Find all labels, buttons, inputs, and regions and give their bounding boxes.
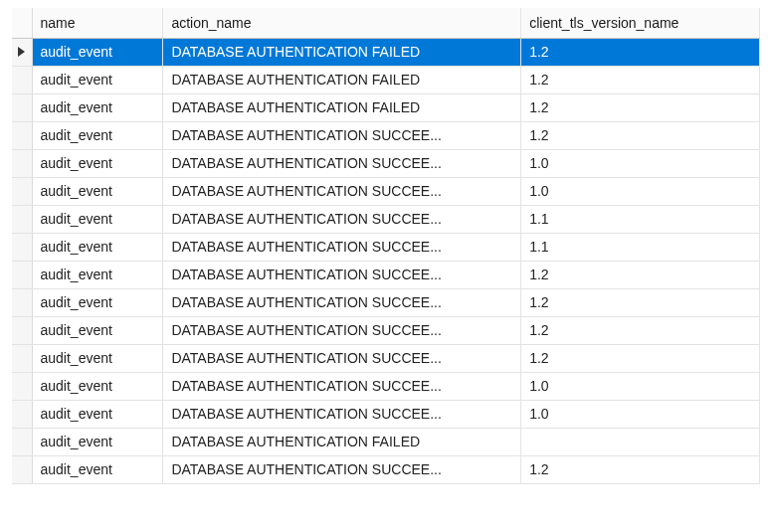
cell-client-tls-version-name[interactable]: 1.2 <box>521 66 760 93</box>
cell-action-name[interactable]: DATABASE AUTHENTICATION SUCCEE... <box>163 261 521 288</box>
row-indicator <box>12 205 32 233</box>
table-row[interactable]: audit_eventDATABASE AUTHENTICATION SUCCE… <box>12 288 760 316</box>
row-indicator <box>12 428 32 455</box>
cell-name[interactable]: audit_event <box>32 288 163 316</box>
table-row[interactable]: audit_eventDATABASE AUTHENTICATION SUCCE… <box>12 400 760 428</box>
row-indicator <box>12 93 32 121</box>
table-row[interactable]: audit_eventDATABASE AUTHENTICATION SUCCE… <box>12 455 760 483</box>
current-row-icon <box>18 47 25 57</box>
table-row[interactable]: audit_eventDATABASE AUTHENTICATION FAILE… <box>12 93 760 121</box>
header-row: name action_name client_tls_version_name <box>12 8 760 38</box>
cell-client-tls-version-name[interactable]: 1.2 <box>521 455 760 483</box>
cell-client-tls-version-name[interactable]: 1.0 <box>521 372 760 400</box>
row-indicator <box>12 177 32 205</box>
row-indicator <box>12 316 32 344</box>
table-row[interactable]: audit_eventDATABASE AUTHENTICATION SUCCE… <box>12 177 760 205</box>
cell-client-tls-version-name[interactable]: 1.2 <box>521 288 760 316</box>
cell-action-name[interactable]: DATABASE AUTHENTICATION FAILED <box>163 66 521 93</box>
cell-name[interactable]: audit_event <box>32 316 163 344</box>
table-row[interactable]: audit_eventDATABASE AUTHENTICATION SUCCE… <box>12 205 760 233</box>
row-indicator <box>12 455 32 483</box>
cell-name[interactable]: audit_event <box>32 261 163 288</box>
cell-name[interactable]: audit_event <box>32 205 163 233</box>
row-indicator <box>12 400 32 428</box>
table-row[interactable]: audit_eventDATABASE AUTHENTICATION FAILE… <box>12 38 760 66</box>
table-row[interactable]: audit_eventDATABASE AUTHENTICATION SUCCE… <box>12 372 760 400</box>
cell-action-name[interactable]: DATABASE AUTHENTICATION SUCCEE... <box>163 233 521 261</box>
column-header-client-tls-version-name[interactable]: client_tls_version_name <box>521 8 760 38</box>
cell-action-name[interactable]: DATABASE AUTHENTICATION SUCCEE... <box>163 177 521 205</box>
cell-name[interactable]: audit_event <box>32 177 163 205</box>
cell-name[interactable]: audit_event <box>32 66 163 93</box>
cell-action-name[interactable]: DATABASE AUTHENTICATION SUCCEE... <box>163 372 521 400</box>
table-row[interactable]: audit_eventDATABASE AUTHENTICATION FAILE… <box>12 428 760 455</box>
cell-client-tls-version-name[interactable]: 1.1 <box>521 233 760 261</box>
row-indicator <box>12 233 32 261</box>
table-row[interactable]: audit_eventDATABASE AUTHENTICATION FAILE… <box>12 66 760 93</box>
cell-client-tls-version-name[interactable]: 1.2 <box>521 93 760 121</box>
cell-client-tls-version-name[interactable]: 1.2 <box>521 261 760 288</box>
cell-name[interactable]: audit_event <box>32 149 163 177</box>
cell-client-tls-version-name[interactable]: 1.2 <box>521 344 760 372</box>
cell-action-name[interactable]: DATABASE AUTHENTICATION SUCCEE... <box>163 344 521 372</box>
cell-action-name[interactable]: DATABASE AUTHENTICATION FAILED <box>163 38 521 66</box>
cell-client-tls-version-name[interactable]: 1.0 <box>521 149 760 177</box>
cell-name[interactable]: audit_event <box>32 121 163 149</box>
table-row[interactable]: audit_eventDATABASE AUTHENTICATION SUCCE… <box>12 121 760 149</box>
cell-client-tls-version-name[interactable]: 1.1 <box>521 205 760 233</box>
cell-action-name[interactable]: DATABASE AUTHENTICATION FAILED <box>163 428 521 455</box>
cell-action-name[interactable]: DATABASE AUTHENTICATION SUCCEE... <box>163 121 521 149</box>
cell-client-tls-version-name[interactable]: 1.0 <box>521 177 760 205</box>
table-row[interactable]: audit_eventDATABASE AUTHENTICATION SUCCE… <box>12 233 760 261</box>
cell-client-tls-version-name[interactable]: 1.2 <box>521 38 760 66</box>
cell-name[interactable]: audit_event <box>32 344 163 372</box>
table-row[interactable]: audit_eventDATABASE AUTHENTICATION SUCCE… <box>12 261 760 288</box>
cell-name[interactable]: audit_event <box>32 93 163 121</box>
column-header-action-name[interactable]: action_name <box>163 8 521 38</box>
cell-client-tls-version-name[interactable]: 1.0 <box>521 400 760 428</box>
cell-name[interactable]: audit_event <box>32 400 163 428</box>
row-indicator <box>12 288 32 316</box>
results-grid[interactable]: name action_name client_tls_version_name… <box>12 8 760 484</box>
row-indicator <box>12 372 32 400</box>
cell-action-name[interactable]: DATABASE AUTHENTICATION SUCCEE... <box>163 149 521 177</box>
row-indicator <box>12 344 32 372</box>
row-indicator <box>12 149 32 177</box>
row-indicator <box>12 66 32 93</box>
cell-name[interactable]: audit_event <box>32 38 163 66</box>
cell-client-tls-version-name[interactable] <box>521 428 760 455</box>
column-header-name[interactable]: name <box>32 8 163 38</box>
cell-action-name[interactable]: DATABASE AUTHENTICATION SUCCEE... <box>163 316 521 344</box>
cell-client-tls-version-name[interactable]: 1.2 <box>521 121 760 149</box>
table-row[interactable]: audit_eventDATABASE AUTHENTICATION SUCCE… <box>12 149 760 177</box>
cell-name[interactable]: audit_event <box>32 428 163 455</box>
cell-action-name[interactable]: DATABASE AUTHENTICATION SUCCEE... <box>163 400 521 428</box>
table-row[interactable]: audit_eventDATABASE AUTHENTICATION SUCCE… <box>12 344 760 372</box>
row-indicator <box>12 38 32 66</box>
cell-action-name[interactable]: DATABASE AUTHENTICATION SUCCEE... <box>163 455 521 483</box>
row-indicator <box>12 121 32 149</box>
cell-action-name[interactable]: DATABASE AUTHENTICATION FAILED <box>163 93 521 121</box>
cell-name[interactable]: audit_event <box>32 233 163 261</box>
cell-action-name[interactable]: DATABASE AUTHENTICATION SUCCEE... <box>163 288 521 316</box>
cell-action-name[interactable]: DATABASE AUTHENTICATION SUCCEE... <box>163 205 521 233</box>
cell-name[interactable]: audit_event <box>32 455 163 483</box>
row-indicator-header <box>12 8 32 38</box>
row-indicator <box>12 261 32 288</box>
table-row[interactable]: audit_eventDATABASE AUTHENTICATION SUCCE… <box>12 316 760 344</box>
cell-client-tls-version-name[interactable]: 1.2 <box>521 316 760 344</box>
cell-name[interactable]: audit_event <box>32 372 163 400</box>
